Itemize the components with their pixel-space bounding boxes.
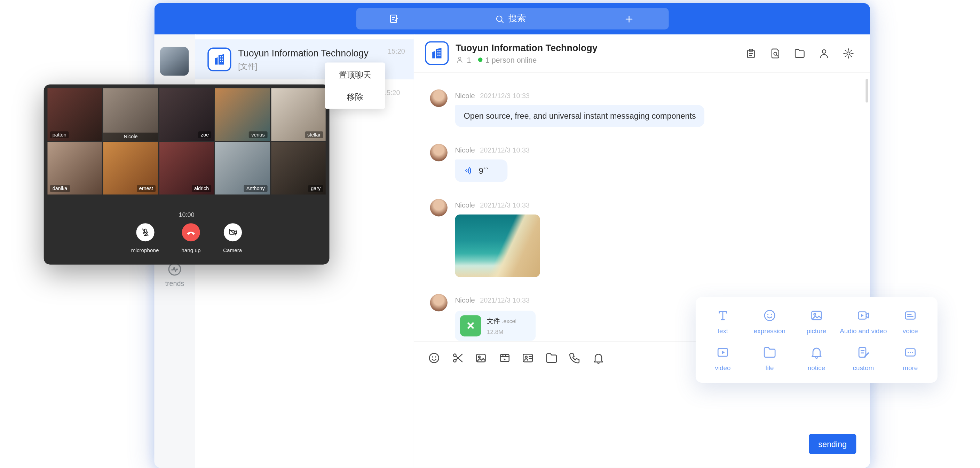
participant-name: Anthony bbox=[244, 185, 267, 192]
message-input[interactable]: sending bbox=[414, 373, 870, 468]
panel-item-text[interactable]: text bbox=[700, 303, 746, 340]
search-record-button[interactable] bbox=[769, 47, 782, 60]
expression-icon bbox=[762, 308, 777, 323]
text-bubble[interactable]: Open source, free, and universal instant… bbox=[455, 105, 705, 127]
message-time: 2021/12/3 10:33 bbox=[480, 146, 530, 154]
participant-name: Nicole bbox=[103, 133, 158, 141]
message-type-panel: text expression picture Audio and video … bbox=[696, 297, 937, 383]
search-bar[interactable]: 搜索 bbox=[431, 8, 590, 29]
message-meta: Nicole2021/12/3 10:33 bbox=[455, 294, 536, 305]
panel-item-audio-video[interactable]: Audio and video bbox=[840, 303, 887, 340]
notice-icon bbox=[592, 351, 605, 364]
call-participant: patton bbox=[47, 88, 102, 141]
sidebar-item-trends[interactable]: trends bbox=[154, 262, 195, 287]
voice-bubble[interactable]: 9`` bbox=[455, 160, 508, 182]
screenshot-button[interactable] bbox=[451, 351, 464, 364]
conversation-time: 15:20 bbox=[383, 89, 400, 96]
settings-icon bbox=[843, 47, 854, 59]
chat-header: Tuoyun Information Technology 1 1 person… bbox=[414, 35, 870, 73]
camera-off-icon bbox=[228, 228, 237, 237]
notes-button[interactable] bbox=[356, 8, 431, 29]
notice-button[interactable] bbox=[592, 351, 605, 364]
conversation-title: Tuoyun Information Technology bbox=[238, 47, 381, 58]
call-icon bbox=[568, 351, 581, 364]
notes-icon bbox=[388, 13, 399, 24]
search-record-icon bbox=[770, 47, 781, 59]
menu-item-remove[interactable]: 移除 bbox=[325, 86, 385, 108]
panel-item-video[interactable]: video bbox=[700, 340, 746, 377]
member-count: 1 bbox=[467, 55, 471, 64]
file-ext: .excel bbox=[502, 318, 517, 324]
top-bar: 搜索 bbox=[154, 3, 870, 35]
participant-name: gary bbox=[308, 185, 323, 192]
custom-icon bbox=[856, 345, 870, 359]
participant-name: venus bbox=[249, 131, 267, 138]
avatar[interactable] bbox=[430, 294, 447, 311]
video-file-icon bbox=[716, 345, 730, 359]
file-attachment[interactable]: ✕ 文件 .excel 12.8M bbox=[455, 311, 536, 341]
control-label: hang up bbox=[181, 247, 200, 253]
announcement-icon bbox=[745, 47, 757, 59]
emoji-icon bbox=[427, 351, 441, 364]
image-button[interactable] bbox=[474, 351, 488, 364]
folder-button[interactable] bbox=[545, 351, 558, 364]
avatar[interactable] bbox=[430, 199, 447, 216]
message-time: 2021/12/3 10:33 bbox=[480, 201, 530, 209]
send-button[interactable]: sending bbox=[809, 434, 856, 454]
participant-name: patton bbox=[50, 131, 69, 138]
panel-item-notice[interactable]: notice bbox=[793, 340, 840, 377]
control-label: microphone bbox=[131, 247, 159, 253]
audio-video-icon bbox=[856, 308, 870, 323]
contact-card-button[interactable] bbox=[521, 351, 535, 364]
message-time: 2021/12/3 10:33 bbox=[480, 296, 530, 304]
video-button[interactable] bbox=[498, 351, 511, 364]
image-attachment[interactable] bbox=[455, 214, 540, 277]
panel-item-expression[interactable]: expression bbox=[746, 303, 793, 340]
panel-item-custom[interactable]: custom bbox=[840, 340, 887, 377]
online-dot bbox=[478, 58, 482, 62]
excel-file-icon: ✕ bbox=[460, 315, 481, 336]
avatar[interactable] bbox=[160, 47, 189, 76]
announcement-button[interactable] bbox=[745, 47, 757, 60]
add-button[interactable] bbox=[590, 8, 668, 29]
participant-name: ernest bbox=[137, 185, 156, 192]
call-participant: gary bbox=[271, 142, 326, 195]
avatar[interactable] bbox=[430, 89, 447, 107]
panel-item-file[interactable]: file bbox=[746, 340, 793, 377]
panel-item-picture[interactable]: picture bbox=[793, 303, 840, 340]
call-button[interactable] bbox=[568, 351, 581, 364]
panel-item-more[interactable]: more bbox=[887, 340, 934, 377]
scrollbar[interactable] bbox=[865, 79, 868, 102]
files-button[interactable] bbox=[793, 47, 807, 60]
sender-name: Nicole bbox=[455, 296, 475, 304]
sender-name: Nicole bbox=[455, 92, 475, 100]
settings-button[interactable] bbox=[842, 47, 855, 60]
hangup-button[interactable] bbox=[182, 223, 200, 241]
picture-icon bbox=[809, 308, 823, 323]
mute-control: microphone bbox=[131, 223, 159, 253]
voice-icon bbox=[903, 308, 917, 323]
voice-wave-icon bbox=[464, 166, 474, 176]
control-label: Camera bbox=[223, 247, 242, 253]
call-participant: stellar bbox=[271, 88, 326, 141]
plus-icon bbox=[624, 14, 635, 24]
panel-item-voice[interactable]: voice bbox=[887, 303, 934, 340]
conversation-time: 15:20 bbox=[388, 47, 405, 55]
online-status: 1 person online bbox=[485, 55, 537, 64]
message-body: Nicole2021/12/3 10:33 ✕ 文件 .excel 12.8M bbox=[455, 294, 536, 341]
notice-bell-icon bbox=[809, 345, 823, 359]
members-button[interactable] bbox=[818, 47, 831, 60]
avatar[interactable] bbox=[430, 144, 447, 161]
mute-button[interactable] bbox=[136, 223, 154, 241]
emoji-button[interactable] bbox=[427, 351, 441, 364]
group-avatar bbox=[425, 42, 449, 65]
more-icon bbox=[903, 345, 917, 359]
screen: 搜索 trends bbox=[0, 0, 980, 468]
camera-button[interactable] bbox=[223, 223, 242, 241]
menu-item-pin[interactable]: 置顶聊天 bbox=[325, 64, 385, 86]
search-icon bbox=[495, 14, 504, 23]
message-meta: Nicole2021/12/3 10:33 bbox=[455, 199, 540, 210]
message-meta: Nicole2021/12/3 10:33 bbox=[455, 144, 530, 155]
contact-card-icon bbox=[521, 351, 535, 364]
members-icon bbox=[818, 47, 830, 59]
